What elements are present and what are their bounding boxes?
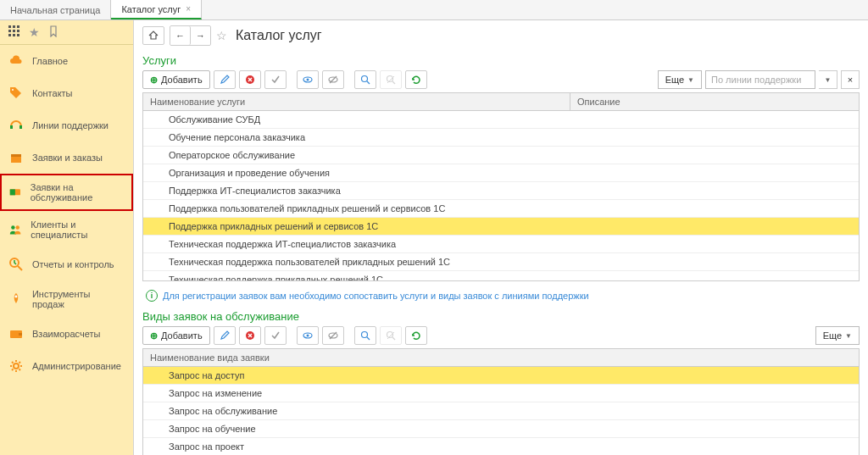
table-row[interactable]: Запрос на обслуживание (143, 402, 859, 420)
sidebar-item-label: Контакты (32, 88, 73, 98)
sidebar-item-label: Заявки и заказы (32, 153, 103, 163)
info-banner: i Для регистрации заявок вам необходимо … (142, 285, 860, 307)
svg-line-19 (18, 266, 22, 270)
service-name: Поддержка прикладных решений и сервисов … (143, 218, 859, 235)
chevron-down-icon: ▼ (687, 76, 694, 84)
sidebar-item-orders[interactable]: Заявки и заказы (0, 141, 133, 174)
table-row[interactable]: Техническая поддержка пользователей прик… (143, 253, 859, 271)
svg-rect-8 (17, 34, 19, 36)
delete-button[interactable] (239, 70, 261, 89)
table-row[interactable]: Поддержка пользователей прикладных решен… (143, 200, 859, 218)
tab-home-label: Начальная страница (10, 5, 100, 15)
clear-search-button[interactable] (380, 326, 402, 345)
svg-line-40 (367, 337, 370, 340)
table-row[interactable]: Поддержка ИТ-специалистов заказчика (143, 182, 859, 200)
plus-icon: ⊕ (150, 330, 158, 341)
chevron-down-icon: ▼ (845, 332, 852, 340)
tab-home[interactable]: Начальная страница (0, 0, 111, 19)
home-button[interactable] (142, 26, 164, 45)
view-button[interactable] (297, 326, 319, 345)
more-dropdown[interactable]: Еще▼ (815, 326, 860, 345)
service-name: Поддержка пользователей прикладных решен… (143, 200, 859, 217)
more-label: Еще (665, 75, 684, 85)
service-name: Организация и проведение обучения (143, 164, 859, 181)
add-service-button[interactable]: ⊕Добавить (142, 70, 210, 89)
view-button[interactable] (297, 70, 319, 89)
sidebar-item-payments[interactable]: Взаиморасчеты (0, 318, 133, 350)
add-label: Добавить (161, 75, 203, 85)
favorite-icon[interactable]: ☆ (216, 29, 227, 42)
request-name: Запрос на изменение (143, 385, 859, 402)
filter-dropdown-button[interactable]: ▼ (819, 70, 837, 89)
svg-line-30 (367, 81, 370, 84)
sidebar-item-service-requests[interactable]: Заявки на обслуживание (0, 174, 133, 211)
refresh-button[interactable] (405, 326, 427, 345)
sidebar-item-admin[interactable]: Администрирование (0, 350, 133, 382)
clear-search-button[interactable] (380, 70, 402, 89)
table-row[interactable]: Запрос на изменение (143, 385, 859, 402)
search-button[interactable] (354, 70, 376, 89)
bookmark-icon[interactable] (48, 25, 60, 39)
svg-point-36 (306, 335, 309, 337)
info-text[interactable]: Для регистрации заявок вам необходимо со… (163, 291, 589, 301)
wallet-icon (8, 326, 24, 341)
back-button[interactable]: ← (170, 26, 191, 45)
search-button[interactable] (354, 326, 376, 345)
table-row[interactable]: Запрос на доступ (143, 367, 859, 385)
chevron-down-icon: ▼ (825, 76, 832, 84)
hide-button[interactable] (322, 326, 344, 345)
table-row[interactable]: Техническая поддержка прикладных решений… (143, 271, 859, 280)
col-desc[interactable]: Описание (570, 93, 859, 110)
edit-button[interactable] (214, 70, 236, 89)
table-row[interactable]: Обучение персонала заказчика (143, 129, 859, 147)
close-icon[interactable]: × (186, 4, 191, 14)
sidebar-item-clients[interactable]: Клиенты и специалисты (0, 211, 133, 248)
table-row[interactable]: Запрос на обучение (143, 420, 859, 438)
grid-icon[interactable] (8, 25, 20, 39)
sidebar-item-label: Отчеты и контроль (32, 259, 114, 269)
sidebar-item-contacts[interactable]: Контакты (0, 77, 133, 109)
support-line-filter[interactable]: По линии поддержки (705, 70, 815, 89)
service-name: Обучение персонала заказчика (143, 129, 859, 146)
tab-catalog[interactable]: Каталог услуг× (111, 0, 202, 19)
svg-rect-13 (11, 154, 21, 157)
requests-toolbar: ⊕Добавить Еще▼ (142, 326, 860, 345)
sidebar-item-reports[interactable]: Отчеты и контроль (0, 248, 133, 280)
table-row[interactable]: Техническая поддержка ИТ-специалистов за… (143, 236, 859, 253)
add-request-button[interactable]: ⊕Добавить (142, 326, 210, 345)
sidebar-item-label: Заявки на обслуживание (31, 182, 125, 203)
table-row[interactable]: Поддержка прикладных решений и сервисов … (143, 218, 859, 236)
sidebar-item-label: Главное (32, 56, 68, 66)
refresh-button[interactable] (405, 70, 427, 89)
table-row[interactable]: Обслуживание СУБД (143, 111, 859, 129)
services-toolbar: ⊕Добавить Еще▼ По линии поддержки ▼ × (142, 70, 860, 89)
col-name[interactable]: Наименование услуги (143, 93, 570, 110)
sidebar-item-sales-tools[interactable]: Инструменты продаж (0, 280, 133, 318)
sidebar-item-support-lines[interactable]: Линии поддержки (0, 109, 133, 141)
hide-button[interactable] (322, 70, 344, 89)
clear-filter-button[interactable]: × (841, 70, 860, 89)
table-row[interactable]: Организация и проведение обучения (143, 164, 859, 182)
svg-point-26 (306, 79, 309, 81)
svg-rect-2 (17, 25, 19, 28)
sidebar-item-main[interactable]: Главное (0, 45, 133, 77)
table-row[interactable]: Операторское обслуживание (143, 147, 859, 164)
check-button[interactable] (264, 326, 287, 345)
more-dropdown[interactable]: Еще▼ (658, 70, 702, 89)
star-icon[interactable]: ★ (29, 25, 40, 39)
sidebar-item-label: Администрирование (32, 361, 121, 371)
sidebar-item-label: Клиенты и специалисты (31, 219, 125, 240)
edit-button[interactable] (214, 326, 236, 345)
svg-rect-0 (8, 25, 11, 28)
forward-button[interactable]: → (191, 26, 210, 45)
service-name: Операторское обслуживание (143, 147, 859, 164)
check-button[interactable] (264, 70, 287, 89)
requests-table: Наименование вида заявки Запрос на досту… (142, 348, 860, 455)
svg-point-9 (12, 89, 14, 91)
tab-catalog-label: Каталог услуг (121, 4, 181, 14)
table-row[interactable]: Запрос на проект (143, 438, 859, 455)
col-name[interactable]: Наименование вида заявки (143, 349, 859, 366)
sidebar-item-label: Взаиморасчеты (32, 329, 100, 339)
delete-button[interactable] (239, 326, 261, 345)
sidebar-item-label: Инструменты продаж (32, 289, 125, 309)
